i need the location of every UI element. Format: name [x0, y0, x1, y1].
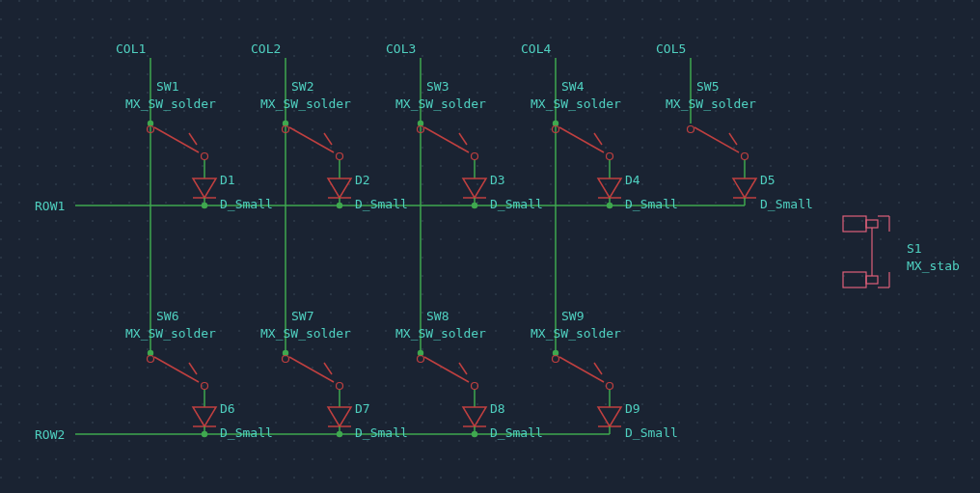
switch-value: MX_SW_solder — [395, 96, 486, 111]
diode-ref: D5 — [760, 173, 776, 187]
switch-ref: SW5 — [696, 79, 719, 94]
net-label-col4: COL4 — [521, 41, 551, 56]
diode-ref: D1 — [220, 173, 235, 187]
net-label-col3: COL3 — [386, 41, 416, 56]
stab-ref: S1 — [907, 241, 922, 256]
diode-value: D_Small — [490, 197, 543, 211]
schematic-canvas[interactable]: SW1MX_SW_solderD1D_SmallSW2MX_SW_solderD… — [0, 0, 980, 493]
stab-value: MX_stab — [907, 259, 960, 273]
switch-value: MX_SW_solder — [531, 326, 621, 341]
diode-value: D_Small — [625, 197, 678, 211]
diode-value: D_Small — [625, 425, 678, 440]
switch-value: MX_SW_solder — [260, 96, 351, 111]
switch-value: MX_SW_solder — [395, 326, 486, 341]
switch-value: MX_SW_solder — [125, 96, 216, 111]
diode-ref: D2 — [355, 173, 370, 187]
diode-value: D_Small — [355, 197, 408, 211]
net-label-row1: ROW1 — [35, 199, 65, 213]
diode-ref: D8 — [490, 401, 505, 416]
diode-value: D_Small — [220, 197, 273, 211]
diode-value: D_Small — [355, 425, 408, 440]
switch-ref: SW9 — [561, 309, 584, 323]
net-label-col1: COL1 — [116, 41, 146, 56]
switch-value: MX_SW_solder — [260, 326, 351, 341]
diode-ref: D4 — [625, 173, 640, 187]
svg-rect-2 — [0, 0, 980, 493]
switch-value: MX_SW_solder — [666, 96, 756, 111]
switch-ref: SW1 — [156, 79, 178, 94]
diode-ref: D3 — [490, 173, 505, 187]
net-label-col2: COL2 — [251, 41, 281, 56]
diode-value: D_Small — [220, 425, 273, 440]
switch-ref: SW2 — [291, 79, 313, 94]
diode-value: D_Small — [760, 197, 813, 211]
diode-value: D_Small — [490, 425, 543, 440]
switch-value: MX_SW_solder — [531, 96, 621, 111]
diode-ref: D7 — [355, 401, 370, 416]
diode-ref: D9 — [625, 401, 640, 416]
switch-ref: SW3 — [426, 79, 449, 94]
switch-ref: SW7 — [291, 309, 313, 323]
diode-ref: D6 — [220, 401, 235, 416]
switch-value: MX_SW_solder — [125, 326, 216, 341]
net-label-row2: ROW2 — [35, 427, 65, 442]
switch-ref: SW4 — [561, 79, 585, 94]
net-label-col5: COL5 — [656, 41, 686, 56]
switch-ref: SW8 — [426, 309, 449, 323]
switch-ref: SW6 — [156, 309, 178, 323]
